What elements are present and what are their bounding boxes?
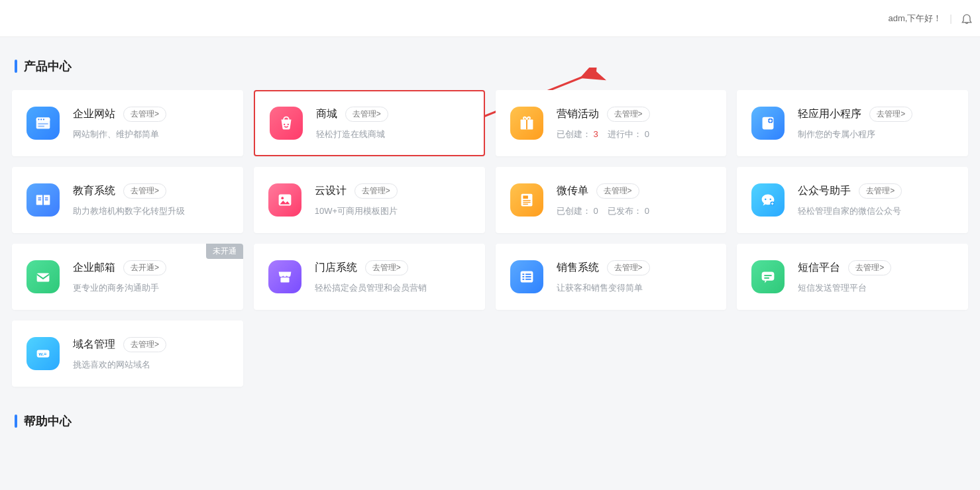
svg-rect-6 <box>38 123 48 124</box>
card-title: 企业网站 <box>73 107 115 121</box>
svg-point-9 <box>287 124 288 125</box>
manage-button[interactable]: 去管理> <box>859 183 902 199</box>
manage-button[interactable]: 去管理> <box>607 107 650 122</box>
svg-rect-39 <box>765 275 772 276</box>
card-title: 教育系统 <box>73 184 115 198</box>
card-flyer[interactable]: 微传单 去管理> 已创建：0已发布：0 <box>496 167 727 233</box>
card-miniapp[interactable]: 轻应用小程序 去管理> 制作您的专属小程序 <box>737 90 968 156</box>
title-bar-icon <box>15 60 17 73</box>
svg-rect-37 <box>525 279 531 280</box>
manage-button[interactable]: 去管理> <box>123 183 166 199</box>
svg-rect-40 <box>765 277 770 279</box>
section-title-text: 帮助中心 <box>24 413 72 429</box>
book-icon <box>27 183 60 217</box>
svg-rect-34 <box>522 276 524 277</box>
manage-button[interactable]: 去管理> <box>345 107 388 122</box>
card-title: 微传单 <box>557 184 588 198</box>
card-title: 轻应用小程序 <box>798 107 861 121</box>
section-products-title: 产品中心 <box>15 58 968 74</box>
manage-button[interactable]: 去管理> <box>848 260 891 275</box>
not-open-badge: 未开通 <box>206 244 243 259</box>
card-sales[interactable]: 销售系统 去管理> 让获客和销售变得简单 <box>496 244 727 310</box>
card-domain[interactable]: w.= 域名管理 去管理> 挑选喜欢的网站域名 <box>12 320 243 387</box>
flyer-icon <box>510 183 543 217</box>
svg-rect-23 <box>523 200 530 201</box>
card-title: 商城 <box>316 107 337 121</box>
card-title: 营销活动 <box>557 107 599 121</box>
card-sms[interactable]: 短信平台 去管理> 短信发送管理平台 <box>737 244 968 310</box>
manage-button[interactable]: 去管理> <box>607 260 650 275</box>
manage-button[interactable]: 去管理> <box>596 183 639 199</box>
topbar: adm,下午好！ | <box>0 0 980 37</box>
store-icon <box>268 260 301 293</box>
card-mall[interactable]: 商城 去管理> 轻松打造在线商城 <box>254 90 485 156</box>
chat-icon <box>751 260 785 293</box>
manage-button[interactable]: 去管理> <box>354 183 398 199</box>
card-email[interactable]: 未开通 企业邮箱 去开通> 更专业的商务沟通助手 <box>12 244 243 310</box>
manage-button[interactable]: 去管理> <box>123 107 166 122</box>
svg-rect-7 <box>38 126 44 127</box>
manage-button[interactable]: 去管理> <box>869 107 912 122</box>
card-desc: 短信发送管理平台 <box>798 282 953 294</box>
card-title: 短信平台 <box>798 261 840 275</box>
card-wechat-helper[interactable]: 公众号助手 去管理> 轻松管理自家的微信公众号 <box>737 167 968 233</box>
svg-rect-24 <box>523 202 530 203</box>
card-desc: 助力教培机构数字化转型升级 <box>73 205 229 217</box>
product-grid: 企业网站 去管理> 网站制作、维护都简单 商城 去管理> 轻松打造在线商城 <box>12 90 968 387</box>
website-icon <box>27 107 60 140</box>
svg-rect-15 <box>38 197 42 198</box>
card-marketing[interactable]: 营销活动 去管理> 已创建：3进行中：0 <box>496 90 727 156</box>
card-title: 云设计 <box>315 184 347 198</box>
wechat-icon <box>751 183 785 217</box>
card-desc: 轻松搞定会员管理和会员营销 <box>315 282 470 294</box>
manage-button[interactable]: 去管理> <box>123 337 166 352</box>
svg-point-5 <box>43 119 44 120</box>
mall-icon <box>270 107 303 140</box>
svg-rect-36 <box>522 279 524 280</box>
svg-rect-25 <box>523 204 528 205</box>
svg-point-20 <box>281 197 284 199</box>
card-desc: 已创建：3进行中：0 <box>557 128 712 140</box>
svg-rect-35 <box>525 276 531 277</box>
section-title-text: 产品中心 <box>24 58 72 74</box>
svg-rect-30 <box>280 277 289 283</box>
svg-rect-29 <box>37 273 50 281</box>
svg-text:w.=: w.= <box>38 351 47 357</box>
svg-rect-12 <box>526 119 527 129</box>
miniapp-icon <box>751 107 785 140</box>
page-content: 产品中心 企业网站 去管理> 网站制作、维护都简单 商城 <box>0 37 980 461</box>
svg-rect-16 <box>38 199 42 200</box>
card-enterprise-website[interactable]: 企业网站 去管理> 网站制作、维护都简单 <box>12 90 243 156</box>
svg-point-4 <box>40 119 42 120</box>
card-title: 公众号助手 <box>798 184 851 198</box>
card-title: 企业邮箱 <box>73 261 115 275</box>
svg-rect-32 <box>522 273 524 275</box>
svg-point-8 <box>284 124 285 125</box>
card-title: 域名管理 <box>73 338 115 352</box>
card-store[interactable]: 门店系统 去管理> 轻松搞定会员管理和会员营销 <box>254 244 485 310</box>
mail-icon <box>27 260 60 293</box>
card-design[interactable]: 云设计 去管理> 10W+可商用模板图片 <box>254 167 485 233</box>
gift-icon <box>510 107 543 140</box>
svg-rect-22 <box>523 195 528 199</box>
card-desc: 10W+可商用模板图片 <box>315 205 470 217</box>
manage-button[interactable]: 去管理> <box>365 260 408 275</box>
bell-icon[interactable] <box>960 12 973 25</box>
card-title: 销售系统 <box>557 261 599 275</box>
card-desc: 网站制作、维护都简单 <box>73 128 229 140</box>
card-desc: 更专业的商务沟通助手 <box>73 282 229 294</box>
title-bar-icon <box>15 415 17 428</box>
svg-point-3 <box>38 119 39 120</box>
card-desc: 已创建：0已发布：0 <box>557 205 712 217</box>
svg-rect-33 <box>525 273 531 275</box>
svg-rect-18 <box>45 199 48 200</box>
greeting-text: adm,下午好！ <box>888 13 942 24</box>
card-education[interactable]: 教育系统 去管理> 助力教培机构数字化转型升级 <box>12 167 243 233</box>
card-desc: 轻松打造在线商城 <box>316 128 469 140</box>
open-button[interactable]: 去开通> <box>123 260 166 275</box>
section-help-title: 帮助中心 <box>15 413 968 429</box>
card-desc: 制作您的专属小程序 <box>798 128 953 140</box>
domain-icon: w.= <box>27 337 60 370</box>
svg-point-26 <box>765 199 766 200</box>
divider: | <box>950 13 952 24</box>
